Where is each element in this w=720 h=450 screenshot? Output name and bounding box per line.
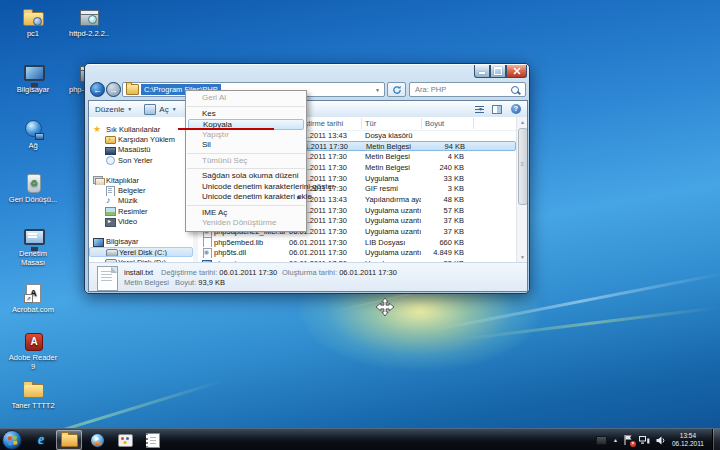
taskbar-app-internet-explorer[interactable]: e [28,430,54,450]
menu-item-geri-al[interactable]: Geri Al [186,93,306,104]
dll-file-icon [202,248,211,258]
desktop-icon-bilgisayar[interactable]: Bilgisayar [6,62,60,95]
menu-item-yeniden-d-n-t-rme[interactable]: Yeniden Dönüştürme [186,218,306,229]
acrobat-overlay [24,294,33,303]
sidebar-item-yerel-disk-c-[interactable]: Yerel Disk (C:) [89,247,193,257]
file-icon-large [97,266,118,291]
show-desktop-button[interactable] [712,429,720,450]
volume-icon[interactable] [656,436,666,445]
organize-button[interactable]: Düzenle ▼ [89,101,138,117]
taskbar-app-media-player[interactable] [84,430,110,450]
media-player-icon [91,434,104,447]
column-header-size[interactable]: Boyut [425,119,444,128]
menu-item-yap-t-r[interactable]: Yapıştır [186,130,306,141]
folder-user-overlay [33,17,42,26]
sidebar-item-label: Karşıdan Yüklem [118,135,175,144]
file-type-cell: Uygulama [361,174,421,183]
installer-icon [77,6,101,28]
file-name-text: php5ts.dll [214,248,246,257]
menu-item-ime-a-[interactable]: IME Aç [186,208,306,219]
desktop-icon-acrobat-com[interactable]: Acrobat.com [6,282,60,315]
details-pane: install.txt Metin Belgesi Değiştirme tar… [89,262,527,292]
desktop-icon-taner-tttt2[interactable]: Taner TTTT2 [6,378,60,411]
sidebar-item-resimler[interactable]: Resimler [89,206,193,216]
action-center-icon[interactable]: × [624,435,633,445]
nav-group-libraries[interactable]: Kitaplıklar [89,175,193,185]
command-bar-right: ▼ ? [475,101,521,117]
windows-explorer-icon [61,434,78,447]
desktop-icon-a-[interactable]: Ağ [6,118,60,151]
column-header-type[interactable]: Tür [365,119,376,128]
search-box[interactable]: Ara: PHP [409,82,526,97]
desktop-icon-pc1[interactable]: pc1 [6,6,60,39]
file-type-cell: LIB Dosyası [361,238,421,247]
file-name-cell: php5ts.dll [199,248,285,258]
paint-icon [118,434,133,447]
nav-group-label: Sık Kullanılanlar [106,125,160,134]
desktop-icon-denetim-masas-[interactable]: Denetim Masası [6,226,60,267]
back-button[interactable]: ← [90,82,105,97]
taskbar-app-journal[interactable] [140,430,166,450]
sidebar-item-belgeler[interactable]: Belgeler [89,185,193,195]
list-scrollbar-thumb[interactable] [518,128,528,205]
maximize-button[interactable] [490,65,506,78]
details-size: Boyut: 93,9 KB [175,278,225,287]
tray-app-icon[interactable] [596,436,607,445]
scroll-down-icon[interactable]: ▼ [517,252,528,262]
open-button[interactable]: Aç ▼ [138,101,182,117]
file-type-cell: Uygulama uzantısı [361,248,421,257]
scroll-up-icon[interactable]: ▲ [517,117,528,127]
sidebar-item-label: Son Yerler [118,156,153,165]
help-button[interactable]: ? [511,104,521,114]
file-size-cell: 37 KB [421,227,469,236]
menu-item-sa-dan-sola-okuma-d-zeni[interactable]: Sağdan sola okuma düzeni [186,171,306,182]
folder-glyph [23,384,44,398]
desktop-icon-adobe-reader-9[interactable]: Adobe Reader 9 [6,330,60,371]
desktop-icon-httpd-2-2-2-[interactable]: httpd-2.2.2.. [62,6,116,39]
close-button[interactable] [506,65,527,78]
sidebar-item-label: Belgeler [118,186,146,195]
list-scrollbar[interactable]: ▲ ▼ [516,117,527,262]
refresh-button[interactable] [387,82,406,97]
pictures-icon [105,206,115,216]
table-row[interactable]: php5embed.lib06.01.2011 17:30LIB Dosyası… [199,237,516,248]
file-size-cell: 33 KB [421,174,469,183]
sidebar-item-son-yerler[interactable]: Son Yerler [89,155,193,165]
windows-logo-icon [8,436,18,446]
nav-group-computer[interactable]: Bilgisayar [89,237,193,247]
file-size-cell: 660 KB [421,238,469,247]
taskbar-app-windows-explorer[interactable] [56,430,82,450]
menu-separator-line [187,106,305,107]
menu-item-label: Unicode denetim karakteri ekle [202,192,312,201]
screen: pc1httpd-2.2.2..Bilgisayarphp-5.2.17..Ağ… [0,0,720,450]
show-hidden-icons-button[interactable]: ▲ [613,437,618,443]
sidebar-item-video[interactable]: Video [89,216,193,226]
sidebar-item-masa-st-[interactable]: Masaüstü [89,145,193,155]
file-type-cell: Dosya klasörü [361,131,421,140]
menu-item-unicode-denetim-karakteri-ekle[interactable]: Unicode denetim karakteri ekle▶ [186,192,306,203]
file-size-cell: 48 KB [421,195,469,204]
network-icon[interactable] [639,436,650,445]
acrobat-icon [21,282,45,304]
taskbar-app-paint[interactable] [112,430,138,450]
music-icon [105,196,115,206]
forward-button[interactable]: → [106,82,121,97]
file-size-cell: 4 KB [421,152,469,161]
control-panel-glyph [24,229,45,245]
sidebar-item-kar-dan-y-klem[interactable]: Karşıdan Yüklem [89,134,193,144]
menu-item-sil[interactable]: Sil [186,140,306,151]
menu-item-kes[interactable]: Kes [186,109,306,120]
menu-item-unicode-denetim-karakterlerini-g-ster[interactable]: Unicode denetim karakterlerini göster [186,182,306,193]
start-button[interactable] [2,430,22,450]
preview-pane-button[interactable] [492,105,502,114]
menu-item-label: Yapıştır [202,130,229,139]
table-row[interactable]: php5ts.dll06.01.2011 17:30Uygulama uzant… [199,248,516,259]
views-button[interactable]: ▼ [475,105,483,114]
taskbar-clock[interactable]: 13:54 06.12.2011 [672,432,704,448]
desktop-icon-geri-d-n-[interactable]: Geri Dönüşü... [6,172,60,205]
menu-item-t-m-n-se-[interactable]: Tümünü Seç [186,156,306,167]
sidebar-item-m-zik[interactable]: Müzik [89,196,193,206]
minimize-button[interactable] [474,65,490,78]
views-icon [475,105,484,114]
address-dropdown-icon[interactable]: ▼ [371,87,384,93]
